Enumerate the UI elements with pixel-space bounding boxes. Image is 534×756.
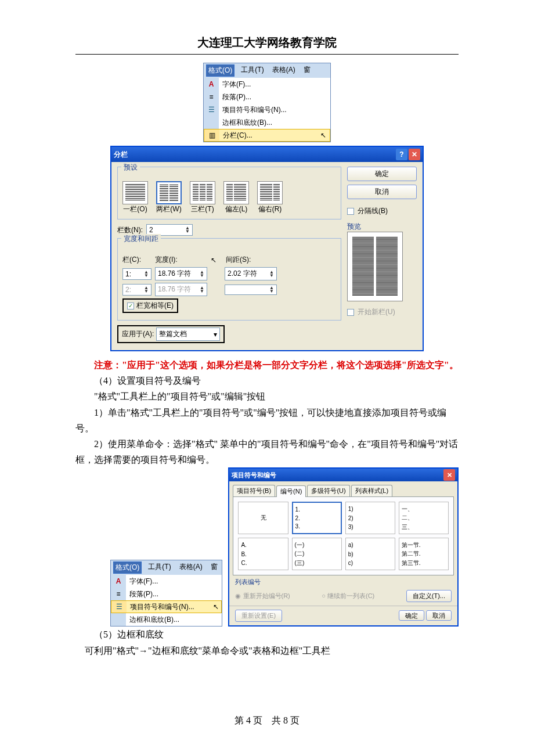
ok-button[interactable]: 确定 (347, 167, 417, 181)
continue-radio: ○ (322, 592, 327, 599)
bh-grid: 无 1.2.3. 1)2)3) 一、二、三、 A.B.C. (一)(二)(三) … (233, 496, 454, 575)
tab-bullets[interactable]: 项目符号(B) (233, 485, 275, 496)
equal-width-check[interactable]: ✓栏宽相等(E) (122, 298, 178, 313)
page-total: 共 8 页 (272, 715, 300, 725)
colcount-label: 栏数(N): (117, 225, 143, 235)
width-2: 18.76 字符▲▼ (155, 283, 207, 296)
spacing-2: ▲▼ (225, 285, 277, 295)
body-text: 注意："应用于"这个选项，如果分栏是将一部分文字分栏，将这个选项选择"所选文字"… (75, 357, 459, 467)
restart-radio: ◉ (235, 592, 243, 599)
separator-check[interactable] (347, 208, 354, 215)
para-5: （5）边框和底纹 (75, 627, 459, 642)
format-menu-screenshot-2: 格式(O) 工具(T) 表格(A) 窗 A字体(F)... ≡段落(P)... … (110, 560, 222, 627)
bh-cell-5[interactable]: (一)(二)(三) (292, 538, 342, 570)
font-icon: A (209, 80, 214, 88)
menu-tools[interactable]: 工具(T) (146, 561, 172, 574)
col-2: 2:▲▼ (122, 284, 151, 296)
preset-three[interactable]: 三栏(T) (190, 181, 215, 214)
menu-item-bullets[interactable]: ☰项目符号和编号(N)... (204, 103, 330, 116)
menu-item-border[interactable]: 边框和底纹(B)... (204, 116, 330, 129)
list-num-legend: 列表编号 (229, 575, 457, 586)
spacing-1[interactable]: 2.02 字符▲▼ (225, 267, 277, 280)
preview-legend: 预览 (347, 222, 417, 232)
width-spacing-legend: 宽度和间距 (121, 234, 161, 244)
preset-right[interactable]: 偏右(R) (257, 181, 283, 214)
menu-item-paragraph[interactable]: ≡段落(P)... (204, 91, 330, 103)
custom-button[interactable]: 自定义(T)... (406, 590, 452, 602)
menu-format[interactable]: 格式(O) (113, 561, 142, 574)
footer: 第 4 页 共 8 页 (0, 715, 534, 727)
cursor-icon: ↖ (320, 131, 330, 139)
dialog-title: 分栏 (114, 150, 128, 160)
close-button[interactable]: ✕ (443, 469, 455, 481)
tab-numbers[interactable]: 编号(N) (276, 485, 306, 497)
menu-window[interactable]: 窗 (302, 64, 312, 77)
page-num: 第 4 页 (234, 715, 262, 725)
bh-none[interactable]: 无 (238, 502, 288, 534)
bh-cell-2[interactable]: 1)2)3) (345, 502, 395, 534)
body-text-2: （5）边框和底纹 可利用"格式"→"边框和底纹"菜单命令或"表格和边框"工具栏 (75, 627, 459, 658)
presets-group: 预设 一栏(O) 两栏(W) 三栏(T) 偏左(L) 偏右(R) (117, 167, 341, 219)
para-4a: "格式"工具栏上的"项目符号"或"编辑"按钮 (75, 388, 459, 404)
columns-dialog: 分栏 ?✕ 预设 一栏(O) 两栏(W) 三栏(T) 偏左(L) 偏右(R) 栏… (110, 146, 424, 351)
preset-two[interactable]: 两栏(W) (156, 181, 182, 214)
menu-table[interactable]: 表格(A) (270, 64, 297, 77)
list-icon: ☰ (204, 103, 219, 116)
bh-cell-6[interactable]: a)b)c) (345, 538, 395, 570)
col-1[interactable]: 1:▲▼ (122, 268, 151, 280)
tab-multilevel[interactable]: 多级符号(U) (307, 485, 349, 496)
menu-window[interactable]: 窗 (209, 561, 219, 574)
menu-tools[interactable]: 工具(T) (239, 64, 265, 77)
tab-liststyle[interactable]: 列表样式(L) (351, 485, 392, 496)
menu-item-border[interactable]: 边框和底纹(B)... (111, 613, 222, 626)
preset-one[interactable]: 一栏(O) (122, 181, 148, 214)
reset-button: 重新设置(E) (235, 610, 282, 622)
para-4c: 2）使用菜单命令：选择"格式" 菜单中的"项目符号和编号"命令，在"项目符号和编… (75, 436, 459, 467)
bh-title: 项目符号和编号 (232, 471, 276, 480)
menu-item-font[interactable]: A字体(F)... (204, 78, 330, 91)
menu-format[interactable]: 格式(O) (206, 64, 234, 77)
cancel-button[interactable]: 取消 (347, 185, 417, 199)
bullets-numbering-dialog: 项目符号和编号 ✕ 项目符号(B) 编号(N) 多级符号(U) 列表样式(L) … (228, 467, 459, 627)
para-5a: 可利用"格式"→"边框和底纹"菜单命令或"表格和边框"工具栏 (75, 643, 459, 658)
bh-cell-4[interactable]: A.B.C. (238, 538, 288, 570)
apply-to-select[interactable]: 整篇文档▾ (156, 327, 220, 341)
presets-legend: 预设 (121, 163, 140, 172)
help-button[interactable]: ? (396, 149, 407, 160)
bh-cell-7[interactable]: 第一节.第二节.第三节. (399, 538, 449, 570)
format-menu-screenshot: 格式(O) 工具(T) 表格(A) 窗 A字体(F)... ≡段落(P)... … (203, 63, 331, 142)
menu-item-paragraph[interactable]: ≡段落(P)... (111, 588, 222, 600)
close-button[interactable]: ✕ (409, 149, 420, 160)
dialog-titlebar: 分栏 ?✕ (111, 147, 423, 162)
width-1[interactable]: 18.76 字符▲▼ (155, 267, 207, 280)
menu-item-bullets[interactable]: ☰项目符号和编号(N)...↖ (111, 600, 222, 613)
bh-cell-1[interactable]: 1.2.3. (292, 502, 342, 534)
para-4b: 1）单击"格式"工具栏上的"项目符号"或"编号"按钮，可以快捷地直接添加项目符号… (75, 405, 459, 436)
cancel-button[interactable]: 取消 (426, 610, 452, 621)
page-title: 大连理工大学网络教育学院 (75, 35, 459, 51)
ok-button[interactable]: 确定 (399, 610, 424, 621)
paragraph-icon: ≡ (204, 91, 219, 103)
preset-left[interactable]: 偏左(L) (223, 181, 249, 214)
menu-table[interactable]: 表格(A) (178, 561, 204, 574)
para-4: （4）设置项目符号及编号 (75, 373, 459, 388)
preview-box (347, 232, 403, 301)
cursor-icon: ↖ (211, 256, 217, 264)
newcol-check (347, 309, 354, 316)
menu-item-font[interactable]: A字体(F)... (111, 575, 222, 588)
bh-cell-3[interactable]: 一、二、三、 (399, 502, 449, 534)
bh-tabs: 项目符号(B) 编号(N) 多级符号(U) 列表样式(L) (233, 485, 454, 496)
header-rule (75, 54, 459, 55)
menubar: 格式(O) 工具(T) 表格(A) 窗 (204, 63, 330, 78)
warning-note: 注意："应用于"这个选项，如果分栏是将一部分文字分栏，将这个选项选择"所选文字"… (75, 357, 459, 373)
apply-to-row: 应用于(A): 整篇文档▾ (117, 325, 225, 343)
width-spacing-group: 宽度和间距 栏(C): 宽度(I): ↖ 间距(S): 1:▲▼ 18.76 字… (117, 238, 341, 321)
menu-item-columns[interactable]: ▥分栏(C)...↖ (204, 129, 330, 142)
columns-icon: ▥ (204, 129, 219, 141)
cursor-icon: ↖ (213, 603, 221, 611)
